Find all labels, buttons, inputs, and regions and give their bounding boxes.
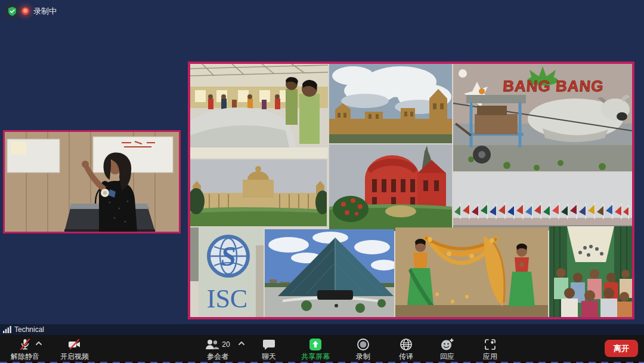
signal-bars-icon — [3, 326, 11, 333]
share-screen-label: 共享屏幕 — [301, 353, 330, 360]
speaker-video-frame — [5, 132, 179, 232]
start-video-button[interactable]: 开启视频 — [49, 337, 100, 362]
collage-vidhana-soudha-photo — [190, 159, 327, 226]
mic-off-icon — [18, 338, 32, 351]
participants-button[interactable]: 20 参会者 — [193, 337, 243, 362]
graffiti-text: BANG BANG — [502, 77, 604, 95]
participants-count: 20 — [222, 340, 230, 349]
meeting-toolbar: 解除静音 开启视频 20 — [0, 335, 644, 363]
collage-palace-clouds-photo — [329, 64, 452, 143]
isc-logo-text: ISC — [207, 284, 247, 313]
collage-glass-pyramid-photo — [265, 229, 394, 317]
interpretation-globe-icon — [400, 338, 413, 351]
record-label: 录制 — [356, 353, 370, 360]
reactions-smiley-icon — [440, 338, 454, 351]
meeting-window: 录制中 — [0, 0, 644, 363]
shared-screen-tile: BANG BANG — [188, 61, 634, 319]
collage-flags-row-photo — [453, 173, 632, 230]
isc-logo-s: S — [221, 241, 236, 272]
chat-icon — [262, 338, 275, 351]
apps-button[interactable]: 应用 — [465, 337, 515, 362]
participants-icon — [205, 339, 219, 350]
speaker-video-tile — [3, 130, 181, 233]
participants-label: 参会者 — [207, 353, 228, 360]
security-shield-button[interactable] — [5, 4, 20, 19]
start-video-label: 开启视频 — [60, 353, 89, 360]
collage-sari-mural-photo — [395, 227, 548, 317]
collage-market-street-photo — [549, 226, 632, 317]
shared-screen-collage: BANG BANG — [190, 64, 632, 317]
chat-label: 聊天 — [262, 353, 276, 360]
stage-bottom-strip: Technical — [0, 324, 644, 335]
unmute-label: 解除静音 — [11, 353, 39, 360]
stage-name-text: Technical — [14, 325, 44, 334]
share-screen-icon — [309, 338, 322, 351]
recording-indicator[interactable]: 录制中 — [21, 4, 57, 19]
collage-red-library-photo — [329, 144, 452, 231]
collage-cotton-market-photo — [190, 64, 328, 158]
leave-button[interactable]: 离开 — [605, 340, 638, 357]
recording-label: 录制中 — [33, 6, 57, 17]
apps-label: 应用 — [483, 353, 497, 360]
video-off-icon — [67, 338, 82, 351]
interpretation-label: 传译 — [399, 353, 413, 360]
mic-options-chevron-up[interactable] — [35, 340, 43, 346]
reactions-label: 回应 — [440, 353, 454, 360]
record-icon — [357, 338, 370, 351]
shield-check-icon — [8, 7, 17, 16]
collage-cow-graffiti-photo: BANG BANG — [453, 64, 632, 171]
collage-isc-logo-photo: S ISC — [190, 227, 264, 317]
apps-icon — [484, 338, 497, 351]
stage-name-label: Technical — [2, 324, 48, 335]
chat-button[interactable]: 聊天 — [244, 337, 294, 362]
recording-dot-icon — [21, 7, 29, 15]
share-screen-button[interactable]: 共享屏幕 — [290, 337, 340, 362]
